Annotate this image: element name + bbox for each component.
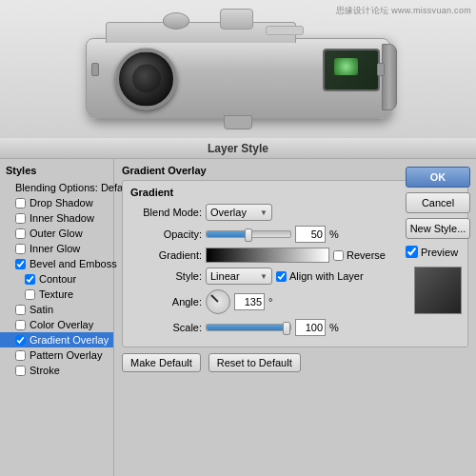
satin-label: Satin: [30, 304, 53, 315]
align-with-layer-label[interactable]: Align with Layer: [276, 270, 364, 282]
sidebar-item-contour[interactable]: Contour: [0, 271, 113, 287]
layer-style-dialog: Layer Style Styles Blending Options: Def…: [0, 138, 476, 476]
sidebar-item-gradient-overlay[interactable]: Gradient Overlay: [0, 332, 113, 347]
right-buttons-panel: OK Cancel New Style... Preview: [400, 159, 476, 322]
sidebar-item-drop-shadow[interactable]: Drop Shadow: [0, 195, 113, 210]
style-label: Style:: [130, 270, 202, 282]
gradient-label: Gradient:: [130, 249, 202, 261]
preview-checkbox[interactable]: [406, 246, 418, 258]
scale-slider-container: [206, 324, 291, 331]
sidebar-item-inner-shadow[interactable]: Inner Shadow: [0, 210, 113, 226]
scale-label: Scale:: [130, 322, 202, 333]
contour-label: Contour: [39, 273, 76, 285]
dialog-content: Styles Blending Options: Default Drop Sh…: [0, 159, 476, 476]
angle-input[interactable]: [234, 293, 265, 310]
outer-glow-label: Outer Glow: [30, 228, 83, 239]
reverse-label[interactable]: Reverse: [333, 249, 386, 261]
cancel-button[interactable]: Cancel: [406, 192, 470, 213]
preview-row: Preview: [406, 246, 470, 258]
sidebar-item-inner-glow[interactable]: Inner Glow: [0, 241, 113, 256]
sidebar: Styles Blending Options: Default Drop Sh…: [0, 159, 114, 476]
scale-slider-thumb[interactable]: [283, 322, 290, 335]
make-default-button[interactable]: Make Default: [122, 353, 201, 372]
camera-image-area: 思缘设计论坛 www.missvuan.com: [0, 0, 476, 138]
stroke-checkbox[interactable]: [15, 366, 26, 376]
dialog-title: Layer Style: [208, 142, 268, 155]
opacity-label: Opacity:: [130, 228, 202, 240]
scale-slider-fill: [207, 325, 290, 330]
color-overlay-checkbox[interactable]: [15, 320, 26, 330]
drop-shadow-checkbox[interactable]: [15, 198, 26, 208]
angle-unit: °: [268, 296, 272, 307]
style-arrow: ▼: [260, 272, 268, 281]
angle-label: Angle:: [130, 296, 202, 307]
contour-checkbox[interactable]: [25, 274, 35, 285]
scale-unit: %: [329, 322, 339, 333]
dialog-title-bar: Layer Style: [0, 138, 476, 159]
drop-shadow-label: Drop Shadow: [30, 197, 93, 208]
align-with-layer-checkbox[interactable]: [276, 271, 287, 282]
style-dropdown[interactable]: Linear ▼: [206, 268, 272, 285]
angle-dial[interactable]: [206, 289, 230, 314]
inner-glow-checkbox[interactable]: [15, 244, 26, 254]
opacity-slider-container: [206, 230, 291, 238]
sidebar-item-texture[interactable]: Texture: [0, 287, 113, 302]
blend-mode-value: Overlay: [210, 207, 247, 218]
bevel-emboss-checkbox[interactable]: [15, 259, 26, 269]
gradient-overlay-label: Gradient Overlay: [30, 334, 109, 346]
reset-to-default-button[interactable]: Reset to Default: [208, 353, 301, 372]
inner-shadow-label: Inner Shadow: [30, 212, 94, 224]
style-value: Linear: [210, 270, 240, 282]
preview-swatch: [414, 267, 462, 314]
pattern-overlay-checkbox[interactable]: [15, 350, 26, 361]
sidebar-item-blending[interactable]: Blending Options: Default: [0, 180, 113, 195]
sidebar-item-pattern-overlay[interactable]: Pattern Overlay: [0, 347, 113, 363]
reverse-text: Reverse: [347, 249, 386, 261]
color-overlay-label: Color Overlay: [30, 319, 93, 330]
opacity-unit: %: [329, 228, 339, 240]
gradient-overlay-checkbox[interactable]: [15, 335, 26, 346]
reverse-checkbox[interactable]: [333, 250, 344, 261]
outer-glow-checkbox[interactable]: [15, 228, 26, 239]
main-panel: Gradient Overlay Gradient Blend Mode: Ov…: [114, 159, 476, 476]
sidebar-item-outer-glow[interactable]: Outer Glow: [0, 226, 113, 241]
opacity-slider-thumb[interactable]: [245, 228, 252, 242]
scale-input[interactable]: [295, 319, 326, 336]
ok-button[interactable]: OK: [406, 167, 470, 188]
watermark: 思缘设计论坛 www.missvuan.com: [336, 5, 471, 17]
opacity-slider-track[interactable]: [206, 230, 291, 238]
opacity-slider-fill: [207, 231, 248, 237]
align-with-layer-text: Align with Layer: [289, 270, 364, 282]
bottom-buttons-row: Make Default Reset to Default: [122, 353, 468, 372]
sidebar-item-bevel-emboss[interactable]: Bevel and Emboss: [0, 256, 113, 271]
inner-shadow-checkbox[interactable]: [15, 213, 26, 224]
sidebar-header: Styles: [0, 163, 113, 180]
bevel-emboss-label: Bevel and Emboss: [30, 258, 117, 269]
texture-label: Texture: [39, 288, 73, 300]
blend-mode-dropdown[interactable]: Overlay ▼: [206, 204, 272, 221]
new-style-button[interactable]: New Style...: [406, 218, 470, 239]
pattern-overlay-label: Pattern Overlay: [30, 349, 102, 361]
preview-label: Preview: [421, 247, 458, 258]
sidebar-item-satin[interactable]: Satin: [0, 302, 113, 317]
satin-checkbox[interactable]: [15, 305, 26, 315]
blend-mode-arrow: ▼: [260, 208, 268, 217]
gradient-bar[interactable]: [206, 248, 329, 263]
sidebar-item-stroke[interactable]: Stroke: [0, 363, 113, 378]
camera-body: [86, 38, 390, 119]
inner-glow-label: Inner Glow: [30, 243, 80, 254]
stroke-label: Stroke: [30, 365, 60, 376]
scale-slider-track[interactable]: [206, 324, 291, 331]
sidebar-item-color-overlay[interactable]: Color Overlay: [0, 317, 113, 332]
texture-checkbox[interactable]: [25, 289, 35, 300]
opacity-input[interactable]: [295, 226, 326, 243]
blend-mode-label: Blend Mode:: [130, 207, 202, 218]
